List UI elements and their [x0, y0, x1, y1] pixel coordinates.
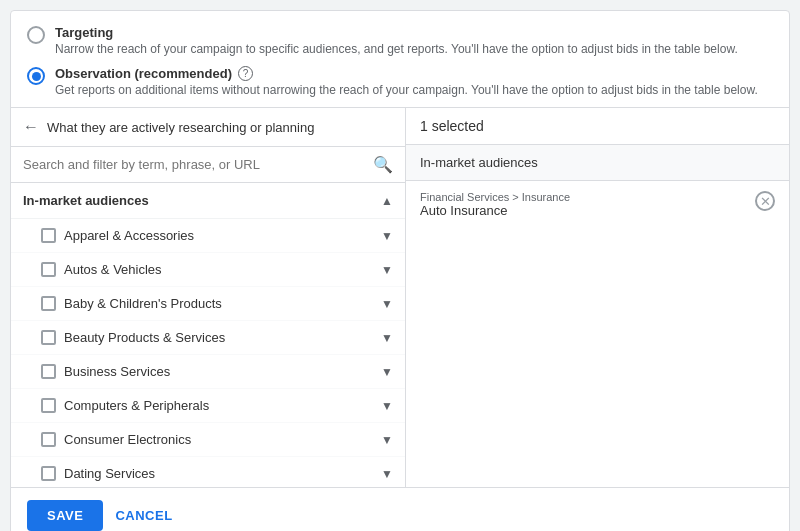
- item-checkbox[interactable]: [41, 398, 56, 413]
- list-item[interactable]: Computers & Peripherals ▼: [11, 389, 405, 423]
- list-item[interactable]: Consumer Electronics ▼: [11, 423, 405, 457]
- item-expand-icon[interactable]: ▼: [381, 467, 393, 481]
- main-container: Targeting Narrow the reach of your campa…: [10, 10, 790, 531]
- list-item[interactable]: Apparel & Accessories ▼: [11, 219, 405, 253]
- targeting-text: Targeting Narrow the reach of your campa…: [55, 25, 738, 56]
- search-bar: 🔍: [11, 147, 405, 183]
- search-icon: 🔍: [373, 155, 393, 174]
- observation-text: Observation (recommended) ? Get reports …: [55, 66, 758, 97]
- item-label: Apparel & Accessories: [64, 228, 194, 243]
- item-checkbox[interactable]: [41, 432, 56, 447]
- list-item-left: Apparel & Accessories: [41, 228, 194, 243]
- list-item[interactable]: Beauty Products & Services ▼: [11, 321, 405, 355]
- help-icon[interactable]: ?: [238, 66, 253, 81]
- selected-count-header: 1 selected: [406, 108, 789, 145]
- item-expand-icon[interactable]: ▼: [381, 229, 393, 243]
- item-checkbox[interactable]: [41, 228, 56, 243]
- item-checkbox[interactable]: [41, 262, 56, 277]
- item-checkbox[interactable]: [41, 466, 56, 481]
- targeting-option[interactable]: Targeting Narrow the reach of your campa…: [27, 25, 773, 56]
- list-item-left: Consumer Electronics: [41, 432, 191, 447]
- category-header[interactable]: In-market audiences ▲: [11, 183, 405, 219]
- observation-radio[interactable]: [27, 67, 45, 85]
- category-label: In-market audiences: [23, 193, 149, 208]
- item-expand-icon[interactable]: ▼: [381, 399, 393, 413]
- list-item[interactable]: Autos & Vehicles ▼: [11, 253, 405, 287]
- left-panel: ← What they are actively researching or …: [11, 108, 406, 487]
- item-label: Business Services: [64, 364, 170, 379]
- list-item[interactable]: Business Services ▼: [11, 355, 405, 389]
- item-label: Dating Services: [64, 466, 155, 481]
- item-expand-icon[interactable]: ▼: [381, 433, 393, 447]
- observation-label-row: Observation (recommended) ?: [55, 66, 758, 81]
- item-checkbox[interactable]: [41, 330, 56, 345]
- item-expand-icon[interactable]: ▼: [381, 263, 393, 277]
- right-panel: 1 selected In-market audiences Financial…: [406, 108, 789, 487]
- list-item[interactable]: Dating Services ▼: [11, 457, 405, 487]
- item-expand-icon[interactable]: ▼: [381, 331, 393, 345]
- remove-selected-button[interactable]: ✕: [755, 191, 775, 211]
- item-label: Consumer Electronics: [64, 432, 191, 447]
- selected-item-text: Financial Services > Insurance Auto Insu…: [420, 191, 570, 218]
- category-collapse-icon[interactable]: ▲: [381, 194, 393, 208]
- item-expand-icon[interactable]: ▼: [381, 297, 393, 311]
- selected-item-row: Financial Services > Insurance Auto Insu…: [406, 181, 789, 228]
- observation-option[interactable]: Observation (recommended) ? Get reports …: [27, 66, 773, 97]
- targeting-radio[interactable]: [27, 26, 45, 44]
- list-item-left: Business Services: [41, 364, 170, 379]
- selected-item-path: Financial Services > Insurance: [420, 191, 570, 203]
- footer: SAVE CANCEL: [11, 487, 789, 531]
- panel-header: ← What they are actively researching or …: [11, 108, 405, 147]
- cancel-button[interactable]: CANCEL: [115, 508, 172, 523]
- list-item-left: Computers & Peripherals: [41, 398, 209, 413]
- list-item-left: Autos & Vehicles: [41, 262, 162, 277]
- audience-list: Apparel & Accessories ▼ Autos & Vehicles…: [11, 219, 405, 487]
- item-label: Computers & Peripherals: [64, 398, 209, 413]
- item-label: Autos & Vehicles: [64, 262, 162, 277]
- list-item[interactable]: Baby & Children's Products ▼: [11, 287, 405, 321]
- selected-item-name: Auto Insurance: [420, 203, 570, 218]
- list-item-left: Baby & Children's Products: [41, 296, 222, 311]
- item-label: Beauty Products & Services: [64, 330, 225, 345]
- back-button[interactable]: ←: [23, 118, 39, 136]
- item-label: Baby & Children's Products: [64, 296, 222, 311]
- targeting-description: Narrow the reach of your campaign to spe…: [55, 42, 738, 56]
- observation-label: Observation (recommended): [55, 66, 232, 81]
- targeting-label: Targeting: [55, 25, 738, 40]
- save-button[interactable]: SAVE: [27, 500, 103, 531]
- panel-header-title: What they are actively researching or pl…: [47, 120, 314, 135]
- list-item-left: Beauty Products & Services: [41, 330, 225, 345]
- top-section: Targeting Narrow the reach of your campa…: [11, 11, 789, 107]
- right-category-label: In-market audiences: [406, 145, 789, 181]
- item-checkbox[interactable]: [41, 364, 56, 379]
- observation-description: Get reports on additional items without …: [55, 83, 758, 97]
- panel-section: ← What they are actively researching or …: [11, 107, 789, 487]
- list-item-left: Dating Services: [41, 466, 155, 481]
- search-input[interactable]: [23, 157, 367, 172]
- item-checkbox[interactable]: [41, 296, 56, 311]
- item-expand-icon[interactable]: ▼: [381, 365, 393, 379]
